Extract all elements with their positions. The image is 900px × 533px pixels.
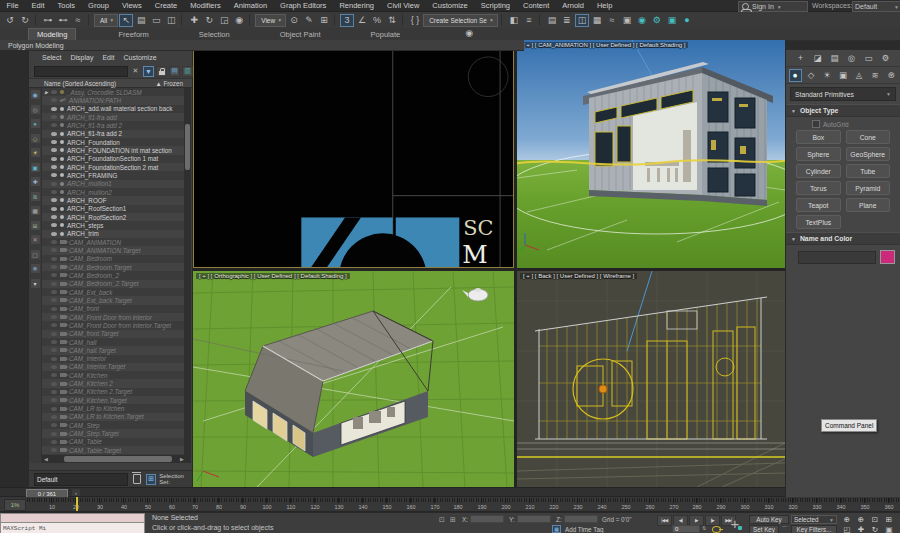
object-name-field[interactable]	[798, 251, 876, 264]
list-item[interactable]: ARCH_ROOF	[42, 196, 187, 204]
explorer-menu-item[interactable]: Display	[70, 54, 93, 61]
angle-snap-button[interactable]: ∠ ▼	[355, 14, 369, 27]
list-item[interactable]: ARCH_fl1-fra add 2	[42, 130, 187, 138]
object-type-rollout-header[interactable]: ▼ Object Type	[786, 104, 900, 117]
viewport-label[interactable]: [ + ] [ CAM_ANIMATION ] [ User Defined ]…	[520, 42, 688, 48]
visibility-eye-icon[interactable]	[51, 198, 57, 202]
visibility-eye-icon[interactable]	[51, 90, 57, 94]
zoom-extents-all-button[interactable]: ⊞	[882, 514, 896, 524]
align-button[interactable]: ≡ ▼	[522, 14, 536, 27]
expand-arrow-icon[interactable]	[42, 90, 51, 95]
window-crossing-button[interactable]: ◫ ▼	[164, 14, 178, 27]
toolbar-button[interactable]: ▼	[181, 14, 184, 26]
mini-curve-editor-button[interactable]: 1%	[4, 499, 26, 511]
list-item[interactable]: CAM_Ext_back.Target	[42, 296, 187, 304]
search-input[interactable]	[34, 66, 128, 77]
visibility-eye-icon[interactable]	[51, 440, 57, 444]
tab-modify[interactable]: ◪	[811, 52, 824, 65]
menu-item[interactable]: Tools	[51, 1, 82, 10]
subtab-space-warps[interactable]: ≋	[869, 69, 882, 82]
delete-selection-set-icon[interactable]	[133, 474, 141, 484]
menu-item[interactable]: Content	[516, 1, 555, 10]
visibility-eye-icon[interactable]	[51, 348, 57, 352]
go-to-start-button[interactable]: |◀◀	[657, 515, 672, 526]
scrollbar-thumb[interactable]	[185, 124, 190, 170]
geosphere-button[interactable]: GeoSphere	[846, 147, 891, 161]
reference-coordinate-dropdown[interactable]: View ▼	[255, 14, 286, 27]
spinner-snap-button[interactable]: ⇅ ▼	[385, 14, 399, 27]
visibility-eye-icon[interactable]	[51, 340, 57, 344]
viewport-orthographic[interactable]: [ + ] [ Orthographic ] [ User Defined ] …	[193, 271, 514, 487]
tab-hierarchy[interactable]: ▤	[828, 52, 841, 65]
list-item[interactable]: CAM_ANIMATION.Target	[42, 246, 187, 254]
list-item[interactable]: CAM_Interior.Target	[42, 363, 187, 371]
visibility-eye-icon[interactable]	[51, 298, 57, 302]
ribbon-config-button[interactable]: ◉	[462, 27, 476, 40]
select-and-move-button[interactable]: ✚ ▼	[187, 14, 201, 27]
next-frame-arrow[interactable]: ›	[72, 489, 80, 496]
menu-item[interactable]: Views	[115, 1, 148, 10]
visibility-eye-icon[interactable]	[51, 132, 57, 136]
redo-button[interactable]: ↻ ▼	[18, 14, 32, 27]
zoom-extents-button[interactable]: ⊡	[868, 514, 882, 524]
selection-filter-dropdown[interactable]: All ▼	[94, 14, 118, 27]
list-item[interactable]: ARCH_RoofSection1	[42, 205, 187, 213]
z-coordinate-field[interactable]	[564, 515, 598, 523]
name-column-header[interactable]: Name (Sorted Ascending)	[44, 80, 116, 87]
visibility-eye-icon[interactable]	[51, 240, 57, 244]
selection-set-list-icon[interactable]: ⊞	[146, 474, 156, 485]
toggle-scene-explorer-button[interactable]: ▤ ▼	[545, 14, 559, 27]
workspaces-dropdown[interactable]: Default ▼	[852, 1, 900, 12]
visibility-eye-icon[interactable]	[51, 248, 57, 252]
visibility-eye-icon[interactable]	[51, 98, 57, 102]
clear-search-icon[interactable]: ✕	[130, 66, 141, 77]
current-frame-marker[interactable]	[76, 497, 78, 511]
sign-in-button[interactable]: Sign In ▼	[738, 1, 808, 12]
toolbar-button[interactable]: ▼	[539, 14, 542, 26]
filter-funnel-icon[interactable]: ▼	[143, 66, 154, 77]
list-item[interactable]: ARCH_steps	[42, 221, 187, 229]
list-item[interactable]: CAM_Step	[42, 421, 187, 429]
visibility-eye-icon[interactable]	[51, 232, 57, 236]
set-key-button[interactable]: Set Key	[749, 525, 779, 533]
bind-to-space-warp-button[interactable]: ≈ ▼	[71, 14, 85, 27]
toolbar-button[interactable]: ▼	[334, 14, 337, 26]
list-item[interactable]: ANIMATION:PATH	[42, 96, 187, 104]
list-item[interactable]: ARCH_FoundationSection 1 mat	[42, 155, 187, 163]
visibility-eye-icon[interactable]	[51, 148, 57, 152]
menu-item[interactable]: Arnold	[556, 1, 591, 10]
textplus-button[interactable]: TextPlus	[796, 215, 841, 229]
visibility-eye-icon[interactable]	[51, 382, 57, 386]
visibility-eye-icon[interactable]	[51, 107, 57, 111]
subtab-geometry[interactable]: ●	[789, 69, 802, 82]
tab-display[interactable]: ▭	[862, 52, 875, 65]
object-color-swatch[interactable]	[880, 250, 895, 264]
visibility-eye-icon[interactable]	[51, 357, 57, 361]
list-item[interactable]: ARCH_fl1-fra add 2	[42, 121, 187, 129]
list-item[interactable]: ARCH_mullion1	[42, 180, 187, 188]
rendered-frame-button[interactable]: ▣ ▼	[665, 14, 679, 27]
filter-bones-icon[interactable]: ✕	[31, 235, 40, 244]
select-object-button[interactable]: ↖ ▼	[119, 14, 133, 27]
visibility-eye-icon[interactable]	[51, 157, 57, 161]
visibility-eye-icon[interactable]	[51, 415, 57, 419]
list-item[interactable]: ARCH_FOUNDATION int mat section	[42, 146, 187, 154]
filter-xrefs-icon[interactable]: ⊞	[31, 221, 40, 230]
subtab-shapes[interactable]: ◇	[805, 69, 818, 82]
pick-from-scene-icon[interactable]: ▥	[182, 66, 193, 77]
material-editor-button[interactable]: ◉ ▼	[635, 14, 649, 27]
list-item[interactable]: CAM_LR to Kitchen.Target	[42, 413, 187, 421]
subtab-lights[interactable]: ☀	[821, 69, 834, 82]
visibility-eye-icon[interactable]	[51, 332, 57, 336]
list-item[interactable]: CAM_Bedroom.Target	[42, 263, 187, 271]
toggle-ribbon-button[interactable]: ▦ ▼	[590, 14, 604, 27]
subtab-systems[interactable]: ⊛	[885, 69, 898, 82]
list-item[interactable]: CAM_Table.Target	[42, 446, 187, 454]
visibility-eye-icon[interactable]	[51, 307, 57, 311]
list-item[interactable]: ARCH_FoundationSection 2 mat	[42, 163, 187, 171]
select-and-manipulate-button[interactable]: ✎ ▼	[302, 14, 316, 27]
sphere-button[interactable]: Sphere	[796, 147, 841, 161]
explorer-menu-item[interactable]: Customize	[123, 54, 156, 61]
zoom-region-button[interactable]: ◰	[840, 524, 854, 533]
visibility-eye-icon[interactable]	[51, 407, 57, 411]
